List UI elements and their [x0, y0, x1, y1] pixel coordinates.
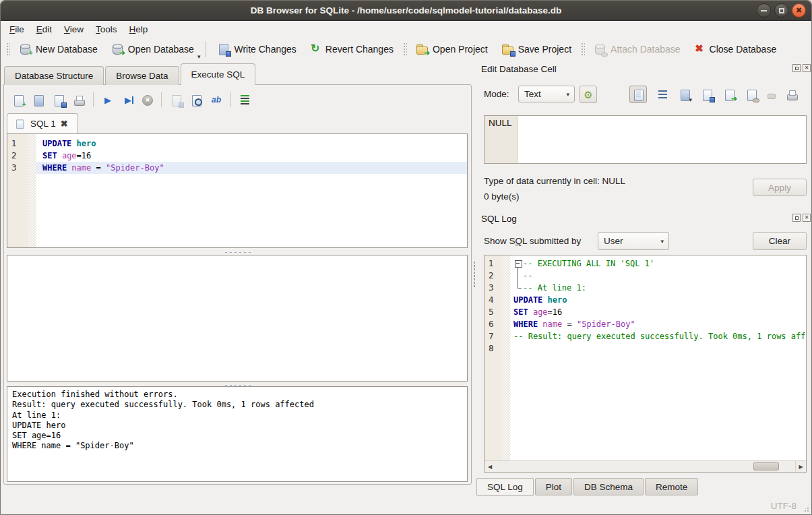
scrollbar-thumb[interactable] — [753, 462, 779, 471]
close-database-button[interactable]: ✖ Close Database — [687, 40, 784, 58]
code-line: 5SET age=16 — [485, 306, 806, 318]
find-replace-button[interactable]: ab — [210, 94, 222, 106]
execution-message-log[interactable]: Execution finished without errors. Resul… — [7, 386, 468, 482]
menu-help[interactable]: Help — [123, 23, 154, 36]
line-number: 2 — [7, 150, 28, 162]
line-number: 1 — [7, 138, 28, 150]
sql-log-filter-label: Show SQL submitted by — [484, 236, 581, 246]
write-changes-button[interactable]: Write Changes — [210, 40, 303, 58]
print-cell-button[interactable] — [786, 89, 798, 100]
open-database-icon: ➜ — [111, 43, 123, 55]
sql-log-filter-select[interactable]: User ▾ — [598, 232, 669, 250]
dock-close-icon[interactable]: ✕ — [803, 64, 811, 72]
minimize-button[interactable] — [757, 3, 771, 18]
panel-splitter-handle[interactable] — [472, 260, 475, 287]
find-button[interactable] — [190, 94, 202, 106]
line-number: 6 — [485, 318, 502, 330]
format-sql-icon[interactable] — [241, 95, 249, 104]
line-number: 3 — [7, 162, 28, 174]
open-project-icon: ➜ — [416, 43, 428, 55]
sql-log-title: SQL Log — [481, 214, 517, 224]
attach-database-icon — [594, 43, 606, 55]
stop-button: ✖ — [142, 95, 153, 106]
toolbar-separator — [205, 41, 206, 57]
results-pane[interactable] — [7, 255, 468, 382]
scroll-right-icon[interactable]: ▶ — [795, 461, 806, 472]
revert-changes-button[interactable]: ↻ Revert Changes — [303, 40, 400, 58]
clear-log-button[interactable]: Clear — [753, 232, 807, 250]
open-sql-tab-button[interactable]: + — [12, 94, 24, 106]
save-sql-file-button[interactable]: ▾ — [53, 94, 65, 106]
resize-grip[interactable] — [801, 504, 810, 513]
print-button[interactable] — [73, 94, 85, 106]
cell-type-info: Type of data currently in cell: NULL — [484, 176, 625, 186]
dock-tab-db-schema[interactable]: DB Schema — [573, 478, 644, 495]
sql-tab-close-icon[interactable]: ✖ — [61, 119, 68, 128]
menu-view[interactable]: View — [58, 23, 90, 36]
scroll-left-icon[interactable]: ◀ — [485, 461, 495, 472]
line-number: 5 — [485, 306, 502, 318]
fold-marker-icon[interactable] — [513, 258, 523, 270]
write-changes-icon — [217, 43, 229, 55]
sql-log-view[interactable]: 1-- EXECUTING ALL IN 'SQL 1'2--3-- At li… — [484, 255, 807, 473]
sql-log-dock-buttons: ✕ — [792, 214, 811, 222]
toolbar-separator — [93, 92, 94, 107]
right-dock-area: Edit Database Cell ✕ Mode: Text ▾ ⚙ ▾ ➜ — [476, 61, 812, 499]
toolbar-separator — [161, 92, 162, 107]
menu-edit[interactable]: Edit — [30, 23, 58, 36]
apply-button: Apply — [753, 179, 807, 196]
import-settings-button[interactable]: ⚙ — [580, 86, 597, 103]
titlebar[interactable]: DB Browser for SQLite - /home/user/code/… — [1, 1, 811, 21]
dock-tab-sql-log[interactable]: SQL Log — [476, 478, 534, 496]
save-project-button[interactable]: Save Project — [495, 40, 578, 58]
sql-tab-label: SQL 1 — [30, 119, 56, 129]
toolbar-drag-handle[interactable] — [580, 42, 585, 57]
sql-document-tab[interactable]: SQL 1 ✖ — [7, 113, 78, 133]
menu-tools[interactable]: Tools — [90, 23, 123, 36]
code-line: 2SET age=16 — [7, 150, 467, 162]
text-view-button[interactable] — [629, 86, 647, 103]
cell-value-editor[interactable]: NULL — [484, 115, 807, 164]
line-number: 3 — [485, 282, 502, 294]
sql-document-icon — [15, 119, 24, 129]
new-database-button[interactable]: + New Database — [12, 40, 104, 58]
save-data-button[interactable] — [701, 89, 713, 100]
open-project-button[interactable]: ➜ Open Project — [409, 40, 495, 58]
sql-editor[interactable]: 1UPDATE hero2SET age=163WHERE name = "Sp… — [7, 133, 468, 248]
scrollbar-track[interactable] — [495, 461, 795, 472]
open-database-button[interactable]: ➜ Open Database — [104, 40, 201, 58]
maximize-button[interactable] — [774, 3, 788, 18]
menu-file[interactable]: File — [3, 23, 30, 36]
word-wrap-button[interactable] — [658, 90, 667, 98]
code-line: 1-- EXECUTING ALL IN 'SQL 1' — [485, 258, 806, 270]
text-document-icon — [632, 89, 644, 100]
open-database-dropdown-caret[interactable]: ▾ — [197, 53, 201, 61]
execute-all-button[interactable]: ▶ — [102, 94, 114, 106]
import-data-button[interactable]: ▾ — [679, 89, 691, 100]
tab-browse-data[interactable]: Browse Data — [105, 66, 179, 85]
dock-tab-plot[interactable]: Plot — [535, 478, 572, 495]
tab-execute-sql[interactable]: Execute SQL — [181, 63, 256, 85]
toolbar-separator — [230, 92, 231, 107]
sql-editor-code[interactable]: 1UPDATE hero2SET age=163WHERE name = "Sp… — [7, 134, 467, 247]
mode-select[interactable]: Text ▾ — [518, 86, 575, 102]
link-button[interactable] — [745, 89, 757, 100]
sql-log-filter-value: User — [604, 236, 623, 246]
dock-tab-remote[interactable]: Remote — [645, 478, 698, 495]
set-null-button — [768, 94, 776, 99]
export-data-button[interactable]: ➜ — [723, 89, 735, 100]
line-number: 1 — [485, 258, 502, 270]
edit-cell-dock-buttons: ✕ — [792, 64, 811, 72]
close-button[interactable]: ✖ — [792, 3, 806, 18]
dock-float-icon[interactable] — [792, 64, 801, 72]
toolbar-drag-handle[interactable] — [402, 42, 407, 57]
fold-marker-icon — [513, 282, 523, 294]
toolbar-drag-handle[interactable] — [5, 42, 10, 57]
tab-database-structure[interactable]: Database Structure — [4, 66, 104, 85]
open-sql-file-button[interactable] — [32, 94, 44, 106]
dock-float-icon[interactable] — [792, 214, 801, 222]
splitter-handle[interactable] — [4, 249, 471, 253]
execute-line-button[interactable]: ▶ — [122, 94, 134, 106]
horizontal-scrollbar[interactable]: ◀ ▶ — [485, 460, 806, 472]
dock-close-icon[interactable]: ✕ — [803, 214, 811, 222]
